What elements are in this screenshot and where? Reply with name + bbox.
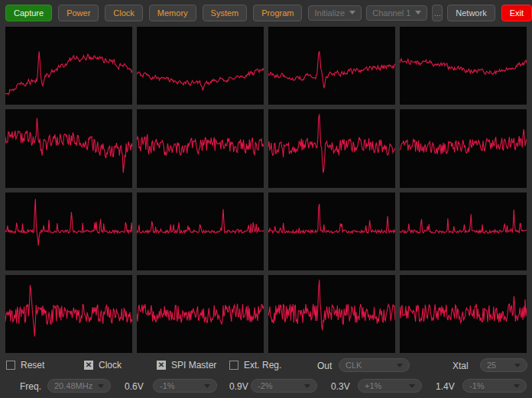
waveform-cell xyxy=(400,275,527,353)
v14-label: 1.4V xyxy=(436,381,455,392)
chevron-down-icon xyxy=(409,384,415,388)
toolbar: Capture Power Clock Memory System Progra… xyxy=(0,0,532,25)
chevron-down-icon xyxy=(204,384,210,388)
waveform-cell xyxy=(5,275,132,353)
v06-dropdown-value: -1% xyxy=(160,381,200,390)
waveform-trace xyxy=(5,193,132,270)
v09-dropdown-value: -2% xyxy=(258,381,300,390)
spi-master-checkbox[interactable]: ✕ SPI Master xyxy=(157,360,216,370)
reset-checkbox[interactable]: ✕ Reset xyxy=(6,360,44,370)
v03-dropdown-value: +1% xyxy=(365,381,404,390)
v14-dropdown[interactable]: -1% xyxy=(462,379,527,393)
freq-dropdown[interactable]: 20.48MHz xyxy=(47,379,111,393)
waveform-cell xyxy=(5,27,132,105)
freq-dropdown-value: 20.48MHz xyxy=(54,381,93,390)
waveform-trace xyxy=(400,27,527,105)
system-button[interactable]: System xyxy=(203,5,248,21)
waveform-trace xyxy=(400,193,527,270)
waveform-trace xyxy=(400,109,527,187)
checkbox-icon: ✕ xyxy=(84,361,93,370)
memory-button[interactable]: Memory xyxy=(149,5,196,21)
waveform-trace xyxy=(400,275,527,353)
chevron-down-icon xyxy=(349,11,355,15)
more-button[interactable]: ... xyxy=(432,5,443,21)
network-button[interactable]: Network xyxy=(447,5,495,21)
clock-button[interactable]: Clock xyxy=(105,5,143,21)
capture-button[interactable]: Capture xyxy=(5,5,52,21)
clock-checkbox[interactable]: ✕ Clock xyxy=(84,360,122,370)
checkbox-icon: ✕ xyxy=(157,361,166,370)
waveform-cell xyxy=(5,109,132,187)
waveform-trace xyxy=(137,27,264,105)
checkbox-icon: ✕ xyxy=(6,361,15,370)
waveform-trace xyxy=(5,27,132,105)
waveform-cell xyxy=(137,275,264,353)
waveform-cell xyxy=(268,193,395,270)
freq-label: Freq. xyxy=(20,381,41,392)
initialize-dropdown-value: Initialize xyxy=(314,8,345,18)
waveform-cell xyxy=(268,27,395,105)
spi-master-checkbox-label: SPI Master xyxy=(171,360,216,370)
initialize-dropdown[interactable]: Initialize xyxy=(308,5,362,21)
waveform-grid xyxy=(5,27,527,353)
v09-label: 0.9V xyxy=(229,381,248,392)
program-button[interactable]: Program xyxy=(253,5,302,21)
channel-dropdown[interactable]: Channel 1 xyxy=(366,5,427,21)
chevron-down-icon xyxy=(304,384,310,388)
chevron-down-icon xyxy=(397,364,403,367)
waveform-trace xyxy=(268,27,395,105)
power-button[interactable]: Power xyxy=(58,5,99,21)
v03-dropdown[interactable]: +1% xyxy=(358,379,422,393)
chevron-down-icon xyxy=(415,11,421,15)
xtal-dropdown[interactable]: 25 xyxy=(480,358,527,372)
waveform-cell xyxy=(400,27,527,105)
exit-button[interactable]: Exit xyxy=(501,5,532,21)
waveform-trace xyxy=(137,275,264,353)
chevron-down-icon xyxy=(514,364,521,367)
out-dropdown[interactable]: CLK xyxy=(339,358,410,372)
waveform-cell xyxy=(268,275,395,353)
waveform-cell xyxy=(137,109,264,187)
xtal-label: Xtal xyxy=(453,361,469,371)
v06-dropdown[interactable]: -1% xyxy=(153,379,217,393)
out-label: Out xyxy=(317,361,332,371)
v03-label: 0.3V xyxy=(331,381,350,392)
out-dropdown-value: CLK xyxy=(345,361,392,370)
app-window: Capture Power Clock Memory System Progra… xyxy=(0,0,532,398)
waveform-trace xyxy=(268,109,395,187)
control-panel: ✕ Reset ✕ Clock ✕ SPI Master ✕ Ext. Reg.… xyxy=(0,354,532,398)
waveform-trace xyxy=(137,109,264,187)
waveform-cell xyxy=(400,109,527,187)
waveform-trace xyxy=(5,275,132,353)
chevron-down-icon xyxy=(514,384,520,388)
waveform-trace xyxy=(268,193,395,270)
waveform-cell xyxy=(137,27,264,105)
waveform-cell xyxy=(400,193,527,270)
channel-dropdown-value: Channel 1 xyxy=(372,8,410,18)
ext-reg-checkbox[interactable]: ✕ Ext. Reg. xyxy=(229,360,281,370)
xtal-dropdown-value: 25 xyxy=(487,361,510,370)
v06-label: 0.6V xyxy=(125,381,144,392)
chevron-down-icon xyxy=(98,384,104,388)
checkbox-icon: ✕ xyxy=(229,361,238,370)
waveform-trace xyxy=(268,275,395,353)
waveform-cell xyxy=(5,193,132,270)
clock-checkbox-label: Clock xyxy=(99,360,122,370)
ext-reg-checkbox-label: Ext. Reg. xyxy=(244,360,281,370)
v09-dropdown[interactable]: -2% xyxy=(251,379,317,393)
waveform-trace xyxy=(5,109,132,187)
waveform-cell xyxy=(137,193,264,270)
reset-checkbox-label: Reset xyxy=(21,360,44,370)
v14-dropdown-value: -1% xyxy=(469,381,509,390)
waveform-trace xyxy=(137,193,264,270)
waveform-cell xyxy=(268,109,395,187)
